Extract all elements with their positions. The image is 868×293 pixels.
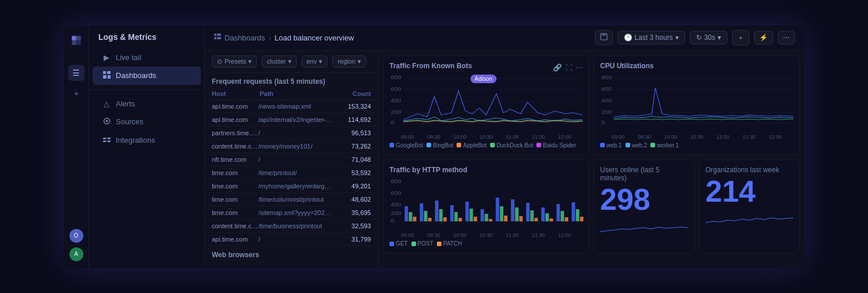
rail-plus-icon[interactable]: ＋ xyxy=(68,86,84,102)
http-x-3: 10:30 xyxy=(480,232,493,238)
breadcrumb: Dashboards › Load balancer overview xyxy=(214,34,354,42)
orgs-week-card: Organizations last week 214 xyxy=(699,160,800,253)
sidebar-item-alerts[interactable]: △ Alerts xyxy=(93,95,201,113)
cell-path: /money/money101/ xyxy=(258,143,336,150)
cluster-filter[interactable]: cluster ▾ xyxy=(262,55,296,68)
link-icon[interactable]: 🔗 xyxy=(553,64,562,72)
add-panel-button[interactable]: ＋ xyxy=(732,30,749,46)
more-chart-icon[interactable]: ⋯ xyxy=(576,64,583,72)
dropdown-icon: ▾ xyxy=(675,34,679,42)
rail-menu-icon[interactable]: ☰ xyxy=(68,65,84,81)
svg-rect-1 xyxy=(76,36,81,40)
legend-baiduspider: Baidu Spider xyxy=(536,142,576,149)
refresh-button[interactable]: ↻ 30s ▾ xyxy=(690,31,727,44)
cell-count: 32,593 xyxy=(336,222,371,229)
cell-host: nft.time.com xyxy=(212,156,258,163)
cpu-x-6: 12:00 xyxy=(768,134,782,140)
svg-rect-18 xyxy=(217,34,221,36)
svg-rect-48 xyxy=(404,206,408,221)
cell-count: 114,692 xyxy=(336,116,371,123)
svg-text:400: 400 xyxy=(601,97,612,103)
svg-rect-62 xyxy=(474,217,477,221)
svg-rect-51 xyxy=(420,203,423,221)
env-filter[interactable]: env ▾ xyxy=(301,55,328,68)
svg-rect-76 xyxy=(546,213,549,221)
cell-path: /myhome/gallery/enlarged/pr... xyxy=(258,183,336,190)
lightning-icon: ⚡ xyxy=(759,34,768,42)
svg-rect-71 xyxy=(519,216,523,221)
svg-rect-59 xyxy=(458,218,462,221)
svg-rect-74 xyxy=(535,218,538,221)
sources-icon xyxy=(102,117,111,127)
legend-post: POST xyxy=(411,240,433,247)
svg-rect-64 xyxy=(485,214,488,221)
cell-host: content.time.com xyxy=(212,143,258,150)
cell-host: api.time.com xyxy=(212,116,258,123)
table-row[interactable]: api.time.com /news-sitemap.xml 153,324 xyxy=(205,100,378,113)
panel-toolbar: ⊙ Presets ▾ cluster ▾ env ▾ region ▾ xyxy=(205,51,378,73)
cpu-x-2: 10:00 xyxy=(664,134,677,140)
table-row[interactable]: time.com /myhome/gallery/enlarged/pr... … xyxy=(205,180,378,193)
cell-count: 31,799 xyxy=(336,236,371,243)
right-panel: Traffic From Known Bots 🔗 ⛶ ⋯ 800 600 4 xyxy=(378,51,804,268)
svg-rect-73 xyxy=(530,210,534,221)
sidebar-item-sources[interactable]: Sources xyxy=(93,113,201,131)
svg-rect-50 xyxy=(413,217,417,221)
time-range-button[interactable]: 🕐 Last 3 hours ▾ xyxy=(617,31,685,44)
cell-count: 48,602 xyxy=(336,196,371,203)
svg-rect-7 xyxy=(108,75,111,79)
avatar-1[interactable]: O xyxy=(69,229,83,243)
table-row[interactable]: content.time.com /money/money101/ 73,262 xyxy=(205,140,378,153)
region-chevron: ▾ xyxy=(358,58,361,65)
env-chevron: ▾ xyxy=(319,58,322,65)
svg-rect-10 xyxy=(103,138,106,139)
cpu-x-1: 09:30 xyxy=(638,134,651,140)
left-panel: ⊙ Presets ▾ cluster ▾ env ▾ region ▾ xyxy=(205,51,378,268)
table-row[interactable]: api.time.com /api/internal/v2/ingester-m… xyxy=(205,113,378,127)
cell-host: time.com xyxy=(212,209,258,216)
legend-web2: web.2 xyxy=(626,142,648,149)
region-filter[interactable]: region ▾ xyxy=(332,55,366,68)
dropdown-icon-2: ▾ xyxy=(718,34,721,42)
http-legend: GET POST PATCH xyxy=(389,240,583,247)
breadcrumb-parent[interactable]: Dashboards xyxy=(225,34,265,42)
sidebar-item-livetail[interactable]: ▶ Live tail xyxy=(93,49,201,66)
table-row[interactable]: content.time.com /time/business/printout… xyxy=(205,220,378,233)
presets-button[interactable]: ⊙ Presets ▾ xyxy=(212,55,257,68)
svg-text:200: 200 xyxy=(391,210,401,216)
svg-rect-53 xyxy=(428,218,432,221)
table-row[interactable]: partners.time.com / 96,513 xyxy=(205,127,378,140)
table-row[interactable]: nft.time.com / 71,048 xyxy=(205,153,378,166)
svg-rect-16 xyxy=(214,34,216,36)
web-browsers-section: Web browsers xyxy=(205,246,378,261)
chart-bots-title: Traffic From Known Bots xyxy=(389,62,472,70)
sidebar-item-integrations[interactable]: Integrations xyxy=(93,131,201,150)
dashboards-icon xyxy=(102,71,111,80)
cell-count: 153,324 xyxy=(336,103,371,110)
http-x-2: 10:00 xyxy=(453,232,466,238)
svg-rect-13 xyxy=(108,140,111,142)
bots-x-0: 09:00 xyxy=(401,134,414,140)
plus-icon: ＋ xyxy=(737,33,744,43)
cell-path: /sitemap.xml?yyyy=2023&mm... xyxy=(258,209,336,216)
refresh-icon: ↻ xyxy=(696,34,702,42)
table-row[interactable]: api.time.com / 31,799 xyxy=(205,233,378,246)
avatar-2[interactable]: A xyxy=(69,247,83,261)
http-x-4: 11:00 xyxy=(506,232,519,238)
more-options-button[interactable]: ⋯ xyxy=(778,31,795,44)
table-row[interactable]: time.com /sitemap.xml?yyyy=2023&mm... 35… xyxy=(205,206,378,220)
table-row[interactable]: time.com /time/columnist/printout 48,602 xyxy=(205,193,378,206)
cell-count: 73,262 xyxy=(336,143,371,150)
svg-rect-3 xyxy=(76,40,81,45)
svg-rect-67 xyxy=(500,206,503,221)
svg-text:200: 200 xyxy=(601,109,612,114)
expand-icon[interactable]: ⛶ xyxy=(565,64,572,72)
legend-patch: PATCH xyxy=(437,240,462,247)
table-row[interactable]: time.com /time/printout/ 53,592 xyxy=(205,166,378,180)
svg-text:0: 0 xyxy=(391,218,395,224)
cell-path: /api/internal/v2/ingester-muta... xyxy=(258,116,336,123)
lightning-button[interactable]: ⚡ xyxy=(754,31,773,44)
sidebar-title: Logs & Metrics xyxy=(89,32,204,49)
save-button[interactable] xyxy=(595,30,613,45)
sidebar-item-dashboards[interactable]: Dashboards xyxy=(93,66,201,85)
